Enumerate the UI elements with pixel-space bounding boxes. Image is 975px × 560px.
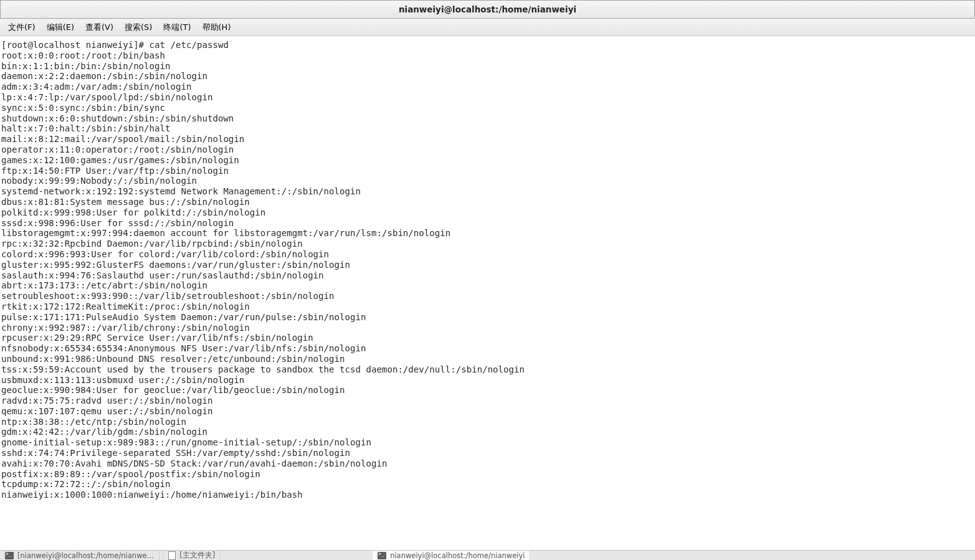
terminal-line: tcpdump:x:72:72::/:/sbin/nologin: [0, 479, 975, 490]
terminal-line: avahi:x:70:70:Avahi mDNS/DNS-SD Stack:/v…: [0, 458, 975, 469]
terminal-line: rpcuser:x:29:29:RPC Service User:/var/li…: [0, 333, 975, 343]
menu-search[interactable]: 搜索(S): [119, 20, 158, 35]
terminal-line: usbmuxd:x:113:113:usbmuxd user:/:/sbin/n…: [0, 375, 975, 386]
terminal-line: daemon:x:2:2:daemon:/sbin:/sbin/nologin: [0, 71, 975, 82]
taskbar-task-terminal-active[interactable]: nianweiyi@localhost:/home/nianweiyi: [373, 550, 530, 560]
menu-bar: 文件(F) 编辑(E) 查看(V) 搜索(S) 终端(T) 帮助(H): [0, 19, 975, 36]
taskbar: [nianweiyi@localhost:/home/nianwe… [主文件夹…: [0, 550, 975, 560]
terminal-line: setroubleshoot:x:993:990::/var/lib/setro…: [0, 291, 975, 301]
taskbar-gap: [221, 551, 373, 560]
window-titlebar: nianweiyi@localhost:/home/nianweiyi: [0, 0, 975, 19]
terminal-line: tss:x:59:59:Account used by the trousers…: [0, 364, 975, 375]
terminal-line: nfsnobody:x:65534:65534:Anonymous NFS Us…: [0, 343, 975, 354]
terminal-line: systemd-network:x:192:192:systemd Networ…: [0, 186, 975, 197]
terminal-icon: [5, 552, 14, 559]
terminal-line: colord:x:996:993:User for colord:/var/li…: [0, 249, 975, 260]
terminal-line: chrony:x:992:987::/var/lib/chrony:/sbin/…: [0, 323, 975, 333]
terminal-line: libstoragemgmt:x:997:994:daemon account …: [0, 228, 975, 239]
terminal-line: abrt:x:173:173::/etc/abrt:/sbin/nologin: [0, 280, 975, 291]
window-title: nianweiyi@localhost:/home/nianweiyi: [399, 4, 576, 14]
terminal-line: rtkit:x:172:172:RealtimeKit:/proc:/sbin/…: [0, 301, 975, 312]
terminal-line: nobody:x:99:99:Nobody:/:/sbin/nologin: [0, 176, 975, 186]
terminal-line: sshd:x:74:74:Privilege-separated SSH:/va…: [0, 448, 975, 458]
terminal-line: sync:x:5:0:sync:/sbin:/bin/sync: [0, 103, 975, 113]
terminal-line: operator:x:11:0:operator:/root:/sbin/nol…: [0, 145, 975, 155]
terminal-line: sssd:x:998:996:User for sssd:/:/sbin/nol…: [0, 218, 975, 229]
terminal-output[interactable]: [root@localhost nianweiyi]# cat /etc/pas…: [0, 36, 975, 500]
terminal-icon: [378, 552, 386, 559]
terminal-line: polkitd:x:999:998:User for polkitd:/:/sb…: [0, 207, 975, 218]
terminal-line: unbound:x:991:986:Unbound DNS resolver:/…: [0, 354, 975, 364]
taskbar-task-label: [主文件夹]: [179, 551, 215, 560]
terminal-line: postfix:x:89:89::/var/spool/postfix:/sbi…: [0, 469, 975, 480]
terminal-line: ftp:x:14:50:FTP User:/var/ftp:/sbin/nolo…: [0, 166, 975, 176]
terminal-line: radvd:x:75:75:radvd user:/:/sbin/nologin: [0, 396, 975, 406]
terminal-line: pulse:x:171:171:PulseAudio System Daemon…: [0, 312, 975, 323]
taskbar-task-label: [nianweiyi@localhost:/home/nianwe…: [17, 551, 154, 560]
terminal-line: shutdown:x:6:0:shutdown:/sbin:/sbin/shut…: [0, 113, 975, 124]
terminal-line: gnome-initial-setup:x:989:983::/run/gnom…: [0, 437, 975, 448]
menu-help[interactable]: 帮助(H): [197, 20, 237, 35]
menu-edit[interactable]: 编辑(E): [41, 20, 80, 35]
terminal-line: root:x:0:0:root:/root:/bin/bash: [0, 50, 975, 61]
menu-terminal[interactable]: 终端(T): [158, 20, 196, 35]
terminal-line: ntp:x:38:38::/etc/ntp:/sbin/nologin: [0, 417, 975, 427]
terminal-line: gluster:x:995:992:GlusterFS daemons:/var…: [0, 260, 975, 270]
taskbar-task-label: nianweiyi@localhost:/home/nianweiyi: [390, 551, 525, 560]
terminal-line: nianweiyi:x:1000:1000:nianweiyi:/home/ni…: [0, 490, 975, 500]
terminal-line: halt:x:7:0:halt:/sbin:/sbin/halt: [0, 123, 975, 134]
terminal-line: gdm:x:42:42::/var/lib/gdm:/sbin/nologin: [0, 427, 975, 437]
terminal-line: qemu:x:107:107:qemu user:/:/sbin/nologin: [0, 406, 975, 417]
menu-file[interactable]: 文件(F): [2, 20, 41, 35]
taskbar-task-files[interactable]: [主文件夹]: [163, 551, 221, 560]
terminal-line: lp:x:4:7:lp:/var/spool/lpd:/sbin/nologin: [0, 92, 975, 103]
terminal-line: mail:x:8:12:mail:/var/spool/mail:/sbin/n…: [0, 134, 975, 145]
folder-icon: [168, 551, 176, 560]
terminal-line: geoclue:x:990:984:User for geoclue:/var/…: [0, 385, 975, 396]
terminal-line: adm:x:3:4:adm:/var/adm:/sbin/nologin: [0, 82, 975, 92]
taskbar-task-terminal-1[interactable]: [nianweiyi@localhost:/home/nianwe…: [0, 551, 159, 560]
terminal-line: saslauth:x:994:76:Saslauthd user:/run/sa…: [0, 270, 975, 281]
terminal-line: bin:x:1:1:bin:/bin:/sbin/nologin: [0, 61, 975, 72]
terminal-line: games:x:12:100:games:/usr/games:/sbin/no…: [0, 155, 975, 166]
terminal-prompt-line: [root@localhost nianweiyi]# cat /etc/pas…: [0, 40, 975, 50]
menu-view[interactable]: 查看(V): [80, 20, 119, 35]
terminal-line: dbus:x:81:81:System message bus:/:/sbin/…: [0, 197, 975, 207]
terminal-line: rpc:x:32:32:Rpcbind Daemon:/var/lib/rpcb…: [0, 239, 975, 249]
